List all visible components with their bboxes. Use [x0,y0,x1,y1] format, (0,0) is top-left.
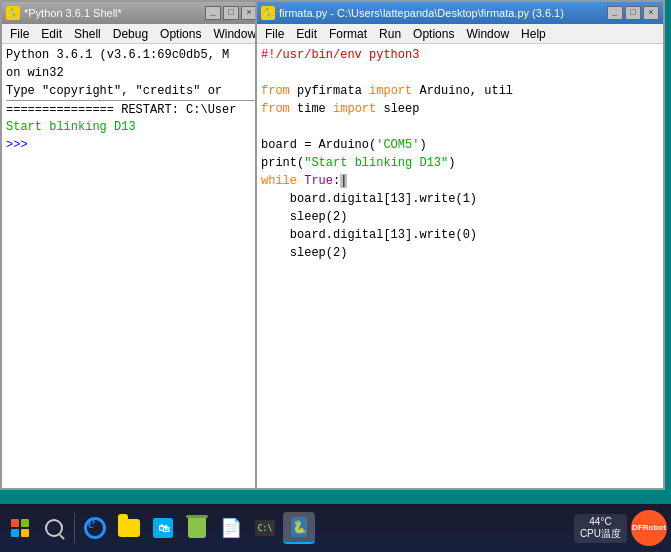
editor-menu-format[interactable]: Format [323,25,373,43]
code-line-10: sleep(2) [261,208,659,226]
trash-icon [188,518,206,538]
editor-window: 🐍 firmata.py - C:\Users\lattepanda\Deskt… [255,0,665,490]
edge-taskbar-button[interactable] [79,512,111,544]
file-explorer-taskbar-button[interactable] [113,512,145,544]
store-icon: 🛍 [153,518,173,538]
dfrobot-logo: DFRobot [631,510,667,546]
shell-menu-edit[interactable]: Edit [35,25,68,43]
terminal-taskbar-button[interactable]: C:\ [249,512,281,544]
shell-menu-shell[interactable]: Shell [68,25,107,43]
code-line-6: board = Arduino('COM5') [261,136,659,154]
cpu-temp-widget: 44°C CPU温度 [574,514,627,543]
shell-content: Python 3.6.1 (v3.6.1:69c0db5, M on win32… [2,44,261,488]
editor-menu-file[interactable]: File [259,25,290,43]
editor-minimize-button[interactable]: _ [607,6,623,20]
editor-menu-help[interactable]: Help [515,25,552,43]
python-icon: 🐍 [291,517,307,537]
search-icon [45,519,63,537]
edge-icon [84,517,106,539]
taskbar-right: 44°C CPU温度 DFRobot [574,510,667,546]
brand-text: DFRobot [632,524,666,533]
editor-maximize-button[interactable]: □ [625,6,641,20]
shell-line-3: Type "copyright", "credits" or [6,82,257,100]
shell-prompt: >>> [6,136,257,154]
minimize-button[interactable]: _ [205,6,221,20]
editor-menu-edit[interactable]: Edit [290,25,323,43]
shell-restart-line: =============== RESTART: C:\User [6,100,257,118]
win-logo-blue [11,529,19,537]
shell-titlebar: 🐍 *Python 3.6.1 Shell* _ □ × [2,2,261,24]
editor-titlebar: 🐍 firmata.py - C:\Users\lattepanda\Deskt… [257,2,663,24]
win-logo-red [11,519,19,527]
win-logo-yellow [21,529,29,537]
taskbar-divider-1 [74,513,75,543]
editor-menu-options[interactable]: Options [407,25,460,43]
cpu-temp-value: 44°C [589,516,611,527]
files-taskbar-button[interactable]: 📄 [215,512,247,544]
code-line-12: sleep(2) [261,244,659,262]
editor-close-button[interactable]: × [643,6,659,20]
maximize-button[interactable]: □ [223,6,239,20]
shell-title-text: *Python 3.6.1 Shell* [24,7,201,19]
editor-menu-window[interactable]: Window [460,25,515,43]
shell-output-line: Start blinking D13 [6,118,257,136]
taskbar: 🛍 📄 C:\ 🐍 44°C CPU温度 DFRobot [0,504,671,552]
editor-title-icon: 🐍 [261,6,275,20]
code-line-11: board.digital[13].write(0) [261,226,659,244]
shell-menu-bar: File Edit Shell Debug Options Window [2,24,261,44]
editor-title-buttons: _ □ × [607,6,659,20]
code-line-8: while True:| [261,172,659,190]
files-icon: 📄 [220,517,242,539]
shell-title-buttons: _ □ × [205,6,257,20]
win-logo-green [21,519,29,527]
shell-menu-options[interactable]: Options [154,25,207,43]
cpu-temp-label: CPU温度 [580,527,621,541]
code-line-9: board.digital[13].write(1) [261,190,659,208]
editor-content[interactable]: #!/usr/bin/env python3 from pyfirmata im… [257,44,663,488]
code-line-1: #!/usr/bin/env python3 [261,46,659,64]
desktop: 🐍 *Python 3.6.1 Shell* _ □ × File Edit S… [0,0,671,504]
store-taskbar-button[interactable]: 🛍 [147,512,179,544]
shell-menu-window[interactable]: Window [207,25,262,43]
shell-line-1: Python 3.6.1 (v3.6.1:69c0db5, M [6,46,257,64]
search-taskbar-button[interactable] [38,512,70,544]
shell-window: 🐍 *Python 3.6.1 Shell* _ □ × File Edit S… [0,0,263,490]
editor-title-text: firmata.py - C:\Users\lattepanda\Desktop… [279,7,603,19]
terminal-icon: C:\ [255,520,275,536]
code-line-4: from time import sleep [261,100,659,118]
code-line-3: from pyfirmata import Arduino, util [261,82,659,100]
shell-menu-file[interactable]: File [4,25,35,43]
editor-menu-bar: File Edit Format Run Options Window Help [257,24,663,44]
shell-line-2: on win32 [6,64,257,82]
code-line-2 [261,64,659,82]
shell-output: Python 3.6.1 (v3.6.1:69c0db5, M on win32… [6,46,257,154]
windows-logo-icon [11,519,29,537]
trash-taskbar-button[interactable] [181,512,213,544]
python-taskbar-button[interactable]: 🐍 [283,512,315,544]
start-button[interactable] [4,512,36,544]
editor-menu-run[interactable]: Run [373,25,407,43]
code-line-5 [261,118,659,136]
code-line-7: print("Start blinking D13") [261,154,659,172]
shell-title-icon: 🐍 [6,6,20,20]
folder-icon [118,519,140,537]
shell-menu-debug[interactable]: Debug [107,25,154,43]
